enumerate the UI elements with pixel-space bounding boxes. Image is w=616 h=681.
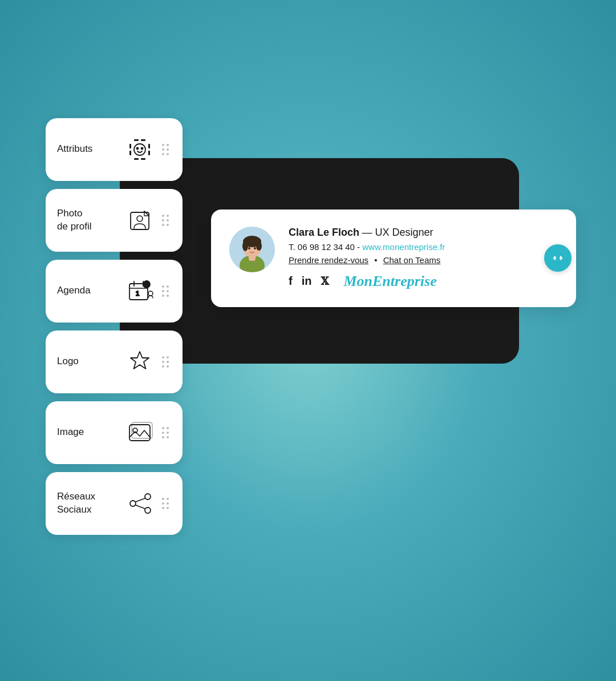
svg-point-25: [145, 494, 151, 499]
sidebar-item-label-logo: Logo: [57, 355, 124, 368]
image-icon: [124, 417, 155, 448]
svg-line-28: [136, 498, 145, 502]
svg-rect-1: [141, 139, 145, 141]
star-icon: [124, 346, 155, 377]
sidebar-item-agenda[interactable]: Agenda 1 !: [46, 260, 183, 323]
svg-rect-7: [141, 158, 145, 160]
svg-rect-3: [129, 151, 131, 155]
svg-text:!: !: [146, 283, 148, 288]
resize-arrow-button[interactable]: [544, 244, 572, 272]
svg-point-35: [242, 241, 248, 251]
signature-name-line: Clara Le Floch — UX Designer: [289, 227, 558, 239]
svg-point-36: [256, 241, 262, 251]
svg-point-8: [134, 144, 145, 155]
bullet-separator: •: [374, 255, 377, 265]
calendar-icon: 1 !: [124, 276, 155, 307]
sidebar-item-label-attributs: Attributs: [57, 143, 124, 155]
sidebar-item-reseaux[interactable]: Réseaux Sociaux: [46, 472, 183, 535]
signature-separator-dash: —: [362, 227, 375, 238]
svg-point-20: [148, 291, 153, 296]
twitter-icon[interactable]: 𝕏: [321, 275, 329, 288]
svg-point-37: [248, 247, 250, 249]
svg-point-38: [254, 247, 256, 249]
person-name: Clara Le Floch: [289, 227, 359, 238]
drag-handle-image[interactable]: [160, 425, 171, 441]
signature-inner: Clara Le Floch — UX Designer T. 06 98 12…: [229, 227, 558, 290]
drag-handle-attributs[interactable]: [160, 142, 171, 158]
avatar: [229, 227, 275, 272]
share-icon: [124, 488, 155, 519]
svg-point-12: [137, 216, 143, 221]
sidebar: Attributs: [46, 118, 183, 535]
face-scan-icon: [124, 134, 155, 165]
svg-rect-6: [134, 158, 139, 160]
main-container: Attributs: [46, 84, 570, 598]
svg-point-9: [137, 147, 139, 149]
drag-handle-photo[interactable]: [160, 212, 171, 228]
chat-on-teams-link[interactable]: Chat on Teams: [383, 255, 441, 265]
photo-profile-icon: [124, 205, 155, 236]
svg-text:1: 1: [136, 290, 139, 297]
svg-rect-2: [129, 144, 131, 148]
svg-line-29: [136, 505, 145, 509]
phone-label: T.: [289, 242, 295, 252]
sidebar-item-label-reseaux: Réseaux Sociaux: [57, 490, 124, 515]
svg-point-10: [141, 147, 143, 149]
drag-handle-logo[interactable]: [160, 354, 171, 370]
website-link[interactable]: www.monentreprise.fr: [362, 242, 445, 252]
svg-rect-4: [148, 144, 150, 148]
signature-card: Clara Le Floch — UX Designer T. 06 98 12…: [211, 209, 576, 307]
sidebar-item-label-photo: Photo de profil: [57, 207, 124, 232]
drag-handle-agenda[interactable]: [160, 283, 171, 299]
phone-number: 06 98 12 34 40: [298, 242, 355, 252]
phone-sep: -: [357, 242, 362, 252]
sidebar-item-photo-profil[interactable]: Photo de profil: [46, 189, 183, 252]
svg-point-27: [145, 507, 151, 513]
signature-phone-line: T. 06 98 12 34 40 - www.monentreprise.fr: [289, 242, 558, 252]
svg-rect-11: [131, 212, 149, 229]
signature-social-line: f in 𝕏 MonEntreprise: [289, 273, 558, 290]
brand-name: MonEntreprise: [343, 273, 436, 290]
sidebar-item-attributs[interactable]: Attributs: [46, 118, 183, 181]
linkedin-icon[interactable]: in: [302, 275, 312, 288]
person-role: UX Designer: [375, 227, 433, 238]
svg-rect-5: [148, 151, 150, 155]
sidebar-item-label-agenda: Agenda: [57, 284, 124, 297]
facebook-icon[interactable]: f: [289, 275, 293, 288]
rendez-vous-link[interactable]: Prendre rendez-vous: [289, 255, 368, 265]
drag-handle-reseaux[interactable]: [160, 495, 171, 511]
signature-info: Clara Le Floch — UX Designer T. 06 98 12…: [289, 227, 558, 290]
svg-marker-21: [131, 352, 149, 369]
svg-rect-0: [134, 139, 139, 141]
sidebar-item-image[interactable]: Image: [46, 401, 183, 464]
sidebar-item-label-image: Image: [57, 426, 124, 438]
svg-point-26: [130, 501, 136, 506]
signature-links-line: Prendre rendez-vous • Chat on Teams: [289, 255, 558, 265]
sidebar-item-logo[interactable]: Logo: [46, 331, 183, 393]
